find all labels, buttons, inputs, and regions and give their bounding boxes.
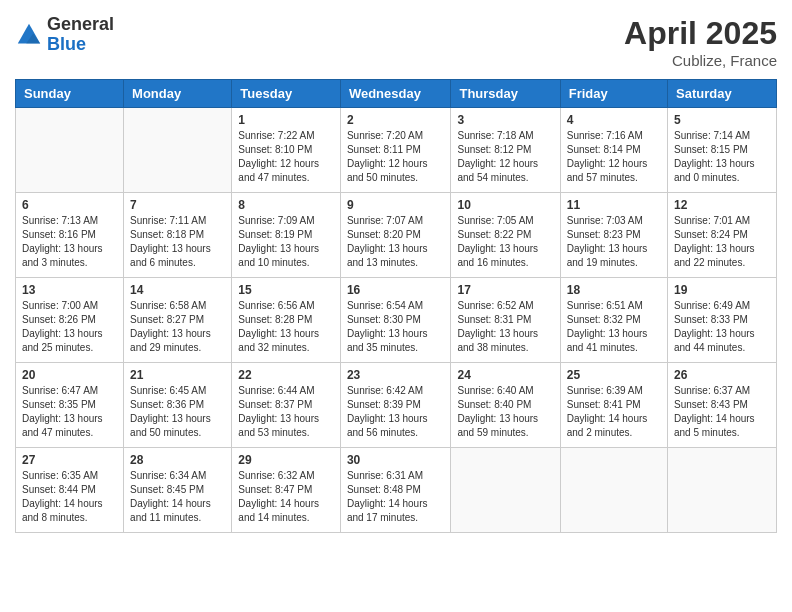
day-info: Sunrise: 6:51 AM Sunset: 8:32 PM Dayligh…: [567, 299, 661, 355]
calendar-cell: 29Sunrise: 6:32 AM Sunset: 8:47 PM Dayli…: [232, 448, 341, 533]
day-info: Sunrise: 6:37 AM Sunset: 8:43 PM Dayligh…: [674, 384, 770, 440]
day-info: Sunrise: 6:58 AM Sunset: 8:27 PM Dayligh…: [130, 299, 225, 355]
logo: General Blue: [15, 15, 114, 55]
calendar-cell: 21Sunrise: 6:45 AM Sunset: 8:36 PM Dayli…: [124, 363, 232, 448]
day-number: 28: [130, 453, 225, 467]
logo-general-text: General: [47, 14, 114, 34]
calendar-cell: 7Sunrise: 7:11 AM Sunset: 8:18 PM Daylig…: [124, 193, 232, 278]
calendar-header-row: SundayMondayTuesdayWednesdayThursdayFrid…: [16, 80, 777, 108]
calendar-cell: [451, 448, 560, 533]
day-info: Sunrise: 6:35 AM Sunset: 8:44 PM Dayligh…: [22, 469, 117, 525]
calendar-cell: 14Sunrise: 6:58 AM Sunset: 8:27 PM Dayli…: [124, 278, 232, 363]
logo-blue-text: Blue: [47, 34, 86, 54]
day-number: 26: [674, 368, 770, 382]
day-info: Sunrise: 6:39 AM Sunset: 8:41 PM Dayligh…: [567, 384, 661, 440]
day-info: Sunrise: 7:13 AM Sunset: 8:16 PM Dayligh…: [22, 214, 117, 270]
day-header-sunday: Sunday: [16, 80, 124, 108]
day-number: 30: [347, 453, 445, 467]
day-info: Sunrise: 6:42 AM Sunset: 8:39 PM Dayligh…: [347, 384, 445, 440]
day-number: 4: [567, 113, 661, 127]
calendar-cell: 22Sunrise: 6:44 AM Sunset: 8:37 PM Dayli…: [232, 363, 341, 448]
day-number: 10: [457, 198, 553, 212]
day-number: 17: [457, 283, 553, 297]
day-info: Sunrise: 7:05 AM Sunset: 8:22 PM Dayligh…: [457, 214, 553, 270]
day-info: Sunrise: 6:49 AM Sunset: 8:33 PM Dayligh…: [674, 299, 770, 355]
calendar-cell: [668, 448, 777, 533]
calendar-table: SundayMondayTuesdayWednesdayThursdayFrid…: [15, 79, 777, 533]
day-header-wednesday: Wednesday: [340, 80, 451, 108]
page-header: General Blue April 2025 Cublize, France: [15, 15, 777, 69]
day-number: 22: [238, 368, 334, 382]
day-number: 16: [347, 283, 445, 297]
calendar-cell: 1Sunrise: 7:22 AM Sunset: 8:10 PM Daylig…: [232, 108, 341, 193]
calendar-cell: 18Sunrise: 6:51 AM Sunset: 8:32 PM Dayli…: [560, 278, 667, 363]
calendar-cell: 24Sunrise: 6:40 AM Sunset: 8:40 PM Dayli…: [451, 363, 560, 448]
day-number: 24: [457, 368, 553, 382]
day-number: 19: [674, 283, 770, 297]
calendar-cell: 4Sunrise: 7:16 AM Sunset: 8:14 PM Daylig…: [560, 108, 667, 193]
calendar-cell: 8Sunrise: 7:09 AM Sunset: 8:19 PM Daylig…: [232, 193, 341, 278]
day-number: 15: [238, 283, 334, 297]
calendar-cell: 2Sunrise: 7:20 AM Sunset: 8:11 PM Daylig…: [340, 108, 451, 193]
day-info: Sunrise: 7:01 AM Sunset: 8:24 PM Dayligh…: [674, 214, 770, 270]
day-header-thursday: Thursday: [451, 80, 560, 108]
day-number: 25: [567, 368, 661, 382]
week-row-4: 20Sunrise: 6:47 AM Sunset: 8:35 PM Dayli…: [16, 363, 777, 448]
day-info: Sunrise: 6:32 AM Sunset: 8:47 PM Dayligh…: [238, 469, 334, 525]
day-number: 1: [238, 113, 334, 127]
day-number: 5: [674, 113, 770, 127]
calendar-cell: 9Sunrise: 7:07 AM Sunset: 8:20 PM Daylig…: [340, 193, 451, 278]
day-info: Sunrise: 6:44 AM Sunset: 8:37 PM Dayligh…: [238, 384, 334, 440]
calendar-cell: 5Sunrise: 7:14 AM Sunset: 8:15 PM Daylig…: [668, 108, 777, 193]
day-number: 7: [130, 198, 225, 212]
title-block: April 2025 Cublize, France: [624, 15, 777, 69]
calendar-cell: 26Sunrise: 6:37 AM Sunset: 8:43 PM Dayli…: [668, 363, 777, 448]
calendar-cell: 13Sunrise: 7:00 AM Sunset: 8:26 PM Dayli…: [16, 278, 124, 363]
day-number: 11: [567, 198, 661, 212]
day-header-tuesday: Tuesday: [232, 80, 341, 108]
day-number: 9: [347, 198, 445, 212]
day-info: Sunrise: 7:14 AM Sunset: 8:15 PM Dayligh…: [674, 129, 770, 185]
day-info: Sunrise: 7:00 AM Sunset: 8:26 PM Dayligh…: [22, 299, 117, 355]
calendar-cell: [560, 448, 667, 533]
day-header-friday: Friday: [560, 80, 667, 108]
day-info: Sunrise: 7:03 AM Sunset: 8:23 PM Dayligh…: [567, 214, 661, 270]
calendar-cell: 11Sunrise: 7:03 AM Sunset: 8:23 PM Dayli…: [560, 193, 667, 278]
calendar-cell: 12Sunrise: 7:01 AM Sunset: 8:24 PM Dayli…: [668, 193, 777, 278]
day-info: Sunrise: 7:20 AM Sunset: 8:11 PM Dayligh…: [347, 129, 445, 185]
day-header-saturday: Saturday: [668, 80, 777, 108]
day-info: Sunrise: 6:40 AM Sunset: 8:40 PM Dayligh…: [457, 384, 553, 440]
day-header-monday: Monday: [124, 80, 232, 108]
day-info: Sunrise: 7:07 AM Sunset: 8:20 PM Dayligh…: [347, 214, 445, 270]
calendar-cell: 19Sunrise: 6:49 AM Sunset: 8:33 PM Dayli…: [668, 278, 777, 363]
day-info: Sunrise: 6:52 AM Sunset: 8:31 PM Dayligh…: [457, 299, 553, 355]
day-info: Sunrise: 7:16 AM Sunset: 8:14 PM Dayligh…: [567, 129, 661, 185]
day-info: Sunrise: 6:31 AM Sunset: 8:48 PM Dayligh…: [347, 469, 445, 525]
day-number: 18: [567, 283, 661, 297]
calendar-cell: 30Sunrise: 6:31 AM Sunset: 8:48 PM Dayli…: [340, 448, 451, 533]
month-title: April 2025: [624, 15, 777, 52]
day-number: 6: [22, 198, 117, 212]
day-info: Sunrise: 7:18 AM Sunset: 8:12 PM Dayligh…: [457, 129, 553, 185]
day-info: Sunrise: 6:56 AM Sunset: 8:28 PM Dayligh…: [238, 299, 334, 355]
day-info: Sunrise: 6:47 AM Sunset: 8:35 PM Dayligh…: [22, 384, 117, 440]
day-number: 13: [22, 283, 117, 297]
day-number: 27: [22, 453, 117, 467]
calendar-cell: 17Sunrise: 6:52 AM Sunset: 8:31 PM Dayli…: [451, 278, 560, 363]
calendar-cell: 16Sunrise: 6:54 AM Sunset: 8:30 PM Dayli…: [340, 278, 451, 363]
day-number: 21: [130, 368, 225, 382]
logo-icon: [15, 21, 43, 49]
calendar-cell: 28Sunrise: 6:34 AM Sunset: 8:45 PM Dayli…: [124, 448, 232, 533]
week-row-1: 1Sunrise: 7:22 AM Sunset: 8:10 PM Daylig…: [16, 108, 777, 193]
week-row-5: 27Sunrise: 6:35 AM Sunset: 8:44 PM Dayli…: [16, 448, 777, 533]
calendar-cell: 25Sunrise: 6:39 AM Sunset: 8:41 PM Dayli…: [560, 363, 667, 448]
day-number: 14: [130, 283, 225, 297]
location-text: Cublize, France: [624, 52, 777, 69]
day-info: Sunrise: 6:34 AM Sunset: 8:45 PM Dayligh…: [130, 469, 225, 525]
day-number: 2: [347, 113, 445, 127]
calendar-cell: [124, 108, 232, 193]
calendar-cell: [16, 108, 124, 193]
calendar-cell: 3Sunrise: 7:18 AM Sunset: 8:12 PM Daylig…: [451, 108, 560, 193]
week-row-2: 6Sunrise: 7:13 AM Sunset: 8:16 PM Daylig…: [16, 193, 777, 278]
day-number: 12: [674, 198, 770, 212]
